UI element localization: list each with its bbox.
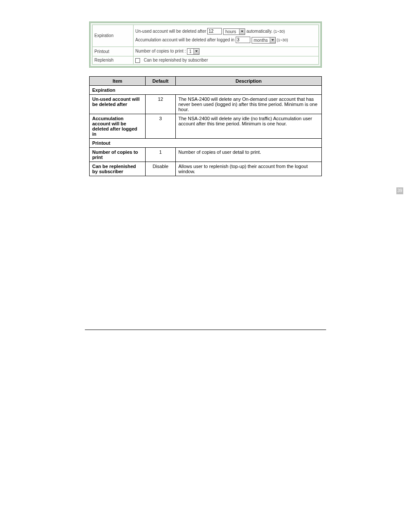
exp-line1-hint: (1~30) xyxy=(274,29,285,34)
row-expiration-content: Un-used account will be deleted after ho… xyxy=(134,25,319,47)
row-printout-content: Number of copies to print : 1 xyxy=(134,47,319,56)
section-expiration: Expiration xyxy=(90,85,322,94)
replenish-checkbox[interactable] xyxy=(135,58,140,63)
replenish-text: Can be replenished by subscriber xyxy=(144,58,208,62)
unused-delete-unit-select[interactable]: hours xyxy=(223,28,245,35)
chevron-down-icon xyxy=(270,37,275,43)
accum-delete-unit-select[interactable]: months xyxy=(252,37,276,44)
printout-label: Number of copies to print : xyxy=(135,49,186,53)
row-printout-label: Printout xyxy=(93,47,134,56)
col-description: Description xyxy=(176,76,322,85)
table-row: Un-used account will be deleted after 12… xyxy=(90,94,322,114)
section-printout: Printout xyxy=(90,138,322,147)
table-row: Number of copies to print 1 Number of co… xyxy=(90,147,322,162)
row-replenish-label: Replenish xyxy=(93,56,134,64)
row-replenish-content: Can be replenished by subscriber xyxy=(134,56,319,64)
accum-delete-input[interactable] xyxy=(236,37,250,43)
page-number: 39 xyxy=(396,187,403,194)
config-screenshot: Expiration Un-used account will be delet… xyxy=(89,22,322,68)
footer-rule xyxy=(85,330,326,330)
table-row: Accumulation account will be deleted aft… xyxy=(90,114,322,138)
col-item: Item xyxy=(90,76,146,85)
exp-line1-post: automatically. xyxy=(246,29,272,34)
exp-line1-pre: Un-used account will be deleted after xyxy=(135,29,206,34)
exp-line2-hint: (1~30) xyxy=(277,38,288,42)
unused-delete-input[interactable] xyxy=(207,28,222,34)
row-expiration-label: Expiration xyxy=(93,25,134,47)
col-default: Default xyxy=(146,76,176,85)
table-row: Can be replenished by subscriber Disable… xyxy=(90,162,322,176)
chevron-down-icon xyxy=(193,49,199,54)
exp-line2-pre: Accumulation account will be deleted aft… xyxy=(135,37,234,42)
description-table: Item Default Description Expiration Un-u… xyxy=(89,76,322,176)
printout-copies-select[interactable]: 1 xyxy=(187,48,199,55)
chevron-down-icon xyxy=(239,29,245,34)
